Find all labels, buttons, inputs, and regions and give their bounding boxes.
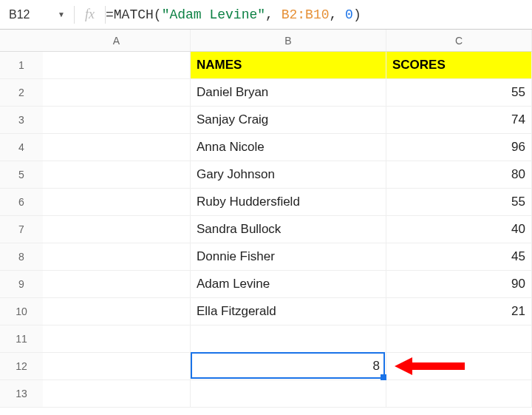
fx-icon: fx <box>75 7 105 22</box>
cell-C2[interactable]: 55 <box>386 79 532 107</box>
table-row: Sanjay Craig 74 <box>43 107 532 134</box>
cell-C8[interactable]: 45 <box>386 243 532 271</box>
row-headers: 12345678910111213 <box>0 52 43 408</box>
cell-C5[interactable]: 80 <box>386 161 532 189</box>
row-header-8[interactable]: 8 <box>0 243 43 271</box>
col-header-C[interactable]: C <box>386 30 532 51</box>
table-row: Donnie Fisher 45 <box>43 243 532 271</box>
formula-rparen: ) <box>353 7 361 22</box>
formula-string: "Adam Levine" <box>162 7 265 22</box>
cell-B3[interactable]: Sanjay Craig <box>191 107 386 134</box>
formula-eq: = <box>106 7 114 22</box>
cell-C10[interactable]: 21 <box>386 298 532 325</box>
row-header-4[interactable]: 4 <box>0 134 43 161</box>
cell-A4[interactable] <box>43 134 191 161</box>
cell-B6[interactable]: Ruby Huddersfield <box>191 189 386 216</box>
row-header-12[interactable]: 12 <box>0 353 43 380</box>
cell-reference: B12 <box>9 8 30 21</box>
select-all-corner[interactable] <box>0 30 43 52</box>
table-row: Anna Nicole 96 <box>43 134 532 161</box>
cell-A3[interactable] <box>43 107 191 134</box>
cell-A9[interactable] <box>43 271 191 298</box>
formula-range: B2:B10 <box>282 7 330 22</box>
cell-A1[interactable] <box>43 52 191 79</box>
cell-B4[interactable]: Anna Nicole <box>191 134 386 161</box>
cell-A11[interactable] <box>43 325 191 353</box>
cell-B5[interactable]: Gary Johnson <box>191 161 386 189</box>
formula-lparen: ( <box>154 7 162 22</box>
cell-B10[interactable]: Ella Fitzgerald <box>191 298 386 325</box>
formula-fn: MATCH <box>114 7 154 22</box>
row-header-13[interactable]: 13 <box>0 380 43 408</box>
chevron-down-icon[interactable]: ▼ <box>58 10 65 18</box>
cell-B1[interactable]: NAMES <box>191 52 386 79</box>
row-header-9[interactable]: 9 <box>0 271 43 298</box>
cell-B12[interactable]: 8 <box>191 353 386 380</box>
table-row: Gary Johnson 80 <box>43 161 532 189</box>
cell-C9[interactable]: 90 <box>386 271 532 298</box>
cell-C1[interactable]: SCORES <box>386 52 532 79</box>
cell-C6[interactable]: 55 <box>386 189 532 216</box>
cell-A12[interactable] <box>43 353 191 380</box>
cell-C11[interactable] <box>386 325 532 353</box>
formula-bar: B12 ▼ fx =MATCH("Adam Levine", B2:B10, 0… <box>0 0 532 30</box>
arrow-icon <box>395 354 468 380</box>
cell-B13[interactable] <box>191 380 386 408</box>
cell-A5[interactable] <box>43 161 191 189</box>
row-header-6[interactable]: 6 <box>0 189 43 216</box>
formula-number: 0 <box>345 7 353 22</box>
row-header-7[interactable]: 7 <box>0 216 43 243</box>
row-header-3[interactable]: 3 <box>0 107 43 134</box>
row-header-10[interactable]: 10 <box>0 298 43 325</box>
cell-A8[interactable] <box>43 243 191 271</box>
svg-marker-0 <box>395 357 465 375</box>
cell-C7[interactable]: 40 <box>386 216 532 243</box>
cell-B8[interactable]: Donnie Fisher <box>191 243 386 271</box>
row-header-5[interactable]: 5 <box>0 161 43 189</box>
col-header-A[interactable]: A <box>43 30 191 51</box>
formula-input[interactable]: =MATCH("Adam Levine", B2:B10, 0) <box>106 7 532 22</box>
cell-A10[interactable] <box>43 298 191 325</box>
col-header-B[interactable]: B <box>191 30 386 51</box>
table-row: Sandra Bullock 40 <box>43 216 532 243</box>
cell-A13[interactable] <box>43 380 191 408</box>
formula-comma: , <box>265 7 282 22</box>
table-row: Adam Levine 90 <box>43 271 532 298</box>
table-row: Ella Fitzgerald 21 <box>43 298 532 325</box>
table-row: Daniel Bryan 55 <box>43 79 532 107</box>
table-row <box>43 380 532 408</box>
row-header-11[interactable]: 11 <box>0 325 43 353</box>
table-row: Ruby Huddersfield 55 <box>43 189 532 216</box>
cell-C13[interactable] <box>386 380 532 408</box>
name-box[interactable]: B12 ▼ <box>0 8 74 21</box>
cell-B7[interactable]: Sandra Bullock <box>191 216 386 243</box>
cell-A6[interactable] <box>43 189 191 216</box>
cell-B2[interactable]: Daniel Bryan <box>191 79 386 107</box>
formula-comma: , <box>330 7 346 22</box>
column-headers: A B C <box>43 30 532 52</box>
cell-A2[interactable] <box>43 79 191 107</box>
cell-B9[interactable]: Adam Levine <box>191 271 386 298</box>
row-header-1[interactable]: 1 <box>0 52 43 79</box>
cell-B11[interactable] <box>191 325 386 353</box>
table-row: NAMES SCORES <box>43 52 532 79</box>
table-row <box>43 325 532 353</box>
cell-C4[interactable]: 96 <box>386 134 532 161</box>
cell-C3[interactable]: 74 <box>386 107 532 134</box>
row-header-2[interactable]: 2 <box>0 79 43 107</box>
cell-A7[interactable] <box>43 216 191 243</box>
